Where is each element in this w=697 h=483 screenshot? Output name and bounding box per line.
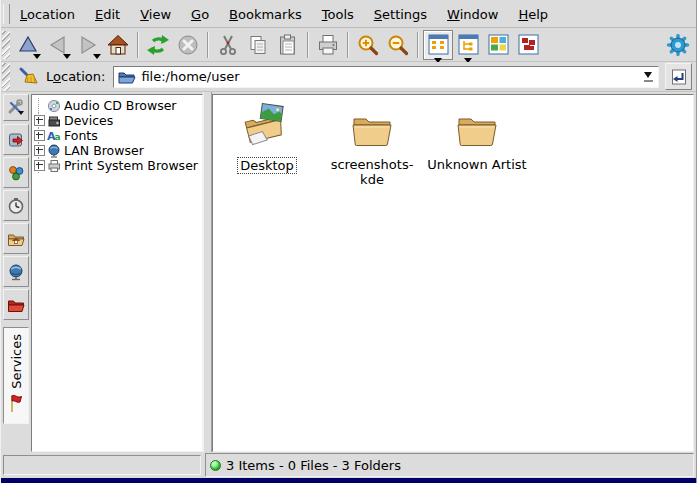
statusbar: 3 Items - 0 Files - 3 Folders (1, 452, 696, 478)
menubar-drag-handle[interactable] (3, 4, 10, 24)
stop-icon (176, 33, 200, 57)
paste-button[interactable] (273, 30, 303, 60)
back-dropdown-arrow[interactable] (63, 54, 71, 59)
sidebar-configure-button[interactable] (3, 94, 29, 121)
location-combo-dropdown[interactable] (640, 68, 656, 86)
menu-help[interactable]: Help (508, 3, 558, 26)
main-toolbar (1, 28, 696, 62)
menu-edit[interactable]: Edit (85, 3, 130, 26)
file-item-desktop[interactable]: Desktop (221, 101, 313, 174)
tree-view-button[interactable] (453, 30, 483, 60)
tree-item-label: LAN Browser (64, 143, 144, 158)
toolbar-separator (207, 32, 209, 58)
services-tree-panel: Audio CD Browser Devices Aa Fonts (31, 94, 203, 452)
tree-item-devices[interactable]: Devices (32, 113, 202, 128)
up-button[interactable] (13, 30, 43, 60)
forward-button[interactable] (73, 30, 103, 60)
zoom-out-button[interactable] (383, 30, 413, 60)
file-label-screenshots-kde[interactable]: screenshots-kde (323, 157, 421, 187)
clear-location-button[interactable] (15, 64, 40, 89)
sidebar-tab-services[interactable]: Services (3, 327, 29, 424)
toolbar-separator (307, 32, 309, 58)
menu-go[interactable]: Go (181, 3, 219, 26)
tree-item-label: Devices (64, 113, 113, 128)
folder-icon-view[interactable]: Desktop screenshots-kde (212, 94, 694, 452)
kde-gear-icon (666, 33, 690, 57)
kde-gear-button[interactable] (663, 30, 693, 60)
configure-icon (7, 99, 25, 117)
locationbar-drag-handle[interactable] (2, 63, 10, 91)
menu-location[interactable]: Location (10, 3, 85, 26)
printer-icon (46, 158, 62, 173)
cut-button[interactable] (213, 30, 243, 60)
audio-cd-icon (46, 98, 62, 113)
toolbar-separator (137, 32, 139, 58)
multicolumn-view-icon (488, 34, 509, 55)
tree-expander[interactable] (32, 113, 46, 128)
detail-view-button[interactable] (513, 30, 543, 60)
forward-dropdown-arrow[interactable] (93, 54, 101, 59)
tree-item-audio-cd-browser[interactable]: Audio CD Browser (32, 98, 202, 113)
status-text: 3 Items - 0 Files - 3 Folders (226, 458, 401, 473)
folder-icon (455, 101, 499, 147)
file-label-unknown-artist[interactable]: Unknown Artist (425, 157, 528, 172)
tree-item-label: Fonts (64, 128, 98, 143)
paste-icon (276, 33, 300, 57)
location-combobox[interactable]: file:/home/user (113, 66, 659, 88)
panel-splitter[interactable] (203, 92, 212, 452)
tree-item-label: Print System Browser (64, 158, 198, 173)
print-button[interactable] (313, 30, 343, 60)
device-icon (46, 113, 62, 128)
sidebar-tab-network[interactable] (3, 256, 29, 287)
location-label: Location: (46, 69, 105, 84)
file-item-screenshots-kde[interactable]: screenshots-kde (323, 101, 421, 187)
location-input[interactable]: file:/home/user (141, 69, 640, 84)
toolbar-drag-handle[interactable] (2, 31, 10, 59)
tree-view-icon (458, 34, 479, 55)
folder-icon (350, 101, 394, 147)
desktop-folder-icon (241, 101, 293, 147)
menu-bookmarks[interactable]: Bookmarks (219, 3, 312, 26)
tree-item-lan-browser[interactable]: LAN Browser (32, 143, 202, 158)
sidebar-status-field (3, 455, 201, 475)
menu-window[interactable]: Window (437, 3, 508, 26)
main-status-field: 3 Items - 0 Files - 3 Folders (205, 453, 694, 477)
sidebar-tab-devices[interactable] (3, 157, 29, 188)
main-area: Services Audio CD Browser (1, 92, 696, 452)
reload-button[interactable] (143, 30, 173, 60)
menu-settings[interactable]: Settings (364, 3, 437, 26)
go-button[interactable] (665, 63, 692, 90)
sidebar-tab-bookmarks[interactable] (3, 124, 29, 155)
bookmarks-icon (7, 131, 25, 149)
icon-view-button[interactable] (423, 30, 453, 60)
file-label-desktop[interactable]: Desktop (237, 157, 297, 174)
tree-expander[interactable] (32, 128, 46, 143)
fonts-aa-icon: Aa (46, 128, 62, 143)
print-icon (316, 33, 340, 57)
location-toolbar: Location: file:/home/user (1, 62, 696, 92)
home-button[interactable] (103, 30, 133, 60)
network-globe-icon (7, 263, 25, 281)
services-tab-label: Services (9, 334, 24, 389)
sidebar-tab-home[interactable] (3, 223, 29, 254)
up-dropdown-arrow[interactable] (33, 54, 41, 59)
file-item-unknown-artist[interactable]: Unknown Artist (421, 101, 533, 172)
clear-location-broom-icon (17, 66, 39, 88)
sidebar-tab-root[interactable] (3, 289, 29, 320)
tree-item-print-system-browser[interactable]: Print System Browser (32, 158, 202, 173)
multicolumn-view-button[interactable] (483, 30, 513, 60)
back-button[interactable] (43, 30, 73, 60)
svg-text:a: a (55, 132, 61, 142)
zoom-out-icon (386, 33, 410, 57)
menu-view[interactable]: View (130, 3, 181, 26)
copy-button[interactable] (243, 30, 273, 60)
toolbar-separator (417, 32, 419, 58)
menu-tools[interactable]: Tools (312, 3, 364, 26)
tree-expander[interactable] (32, 158, 46, 173)
tree-item-fonts[interactable]: Aa Fonts (32, 128, 202, 143)
sidebar-tab-history[interactable] (3, 190, 29, 221)
flag-icon (8, 393, 24, 413)
zoom-in-button[interactable] (353, 30, 383, 60)
stop-button[interactable] (173, 30, 203, 60)
tree-expander[interactable] (32, 143, 46, 158)
